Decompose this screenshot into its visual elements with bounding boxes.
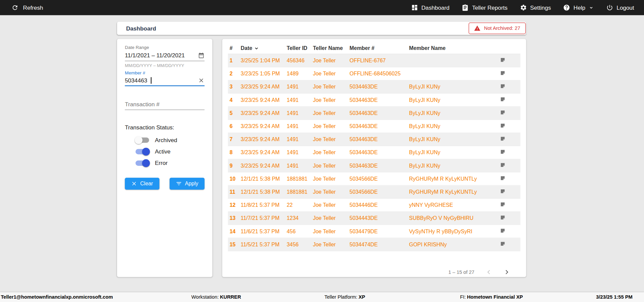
cell-teller_name: Joe Teller xyxy=(311,71,348,77)
note-icon[interactable] xyxy=(500,123,505,128)
cell-date: 12/1/21 5:38 PM xyxy=(239,189,285,195)
clear-button-label: Clear xyxy=(140,181,153,187)
table-row[interactable]: 1211/8/21 5:37 PM22Joe Teller5034446DEyN… xyxy=(228,199,521,212)
pagination: 1 – 15 of 27 xyxy=(228,268,521,276)
filter-icon xyxy=(176,181,182,187)
cell-num: 7 xyxy=(228,136,239,142)
topbar-item-logout[interactable]: Logout xyxy=(606,4,634,11)
table-row[interactable]: 1511/5/21 5:37 PM3456Joe Teller5034474DE… xyxy=(228,238,521,251)
table-row[interactable]: 93/23/25 9:24 AM1491Joe Teller5034463DEB… xyxy=(228,159,521,172)
help-icon xyxy=(563,4,570,11)
note-icon[interactable] xyxy=(500,97,505,102)
cell-note xyxy=(499,241,521,248)
cell-teller_name: Joe Teller xyxy=(311,149,348,156)
table-row[interactable]: 63/23/25 9:24 AM1491Joe Teller5034463DEB… xyxy=(228,120,521,133)
note-icon[interactable] xyxy=(500,175,505,181)
table-row[interactable]: 53/23/25 9:24 AM1491Joe Teller5034463DEB… xyxy=(228,107,521,120)
topbar: Refresh DashboardTeller ReportsSettingsH… xyxy=(0,0,644,15)
note-icon[interactable] xyxy=(500,162,505,168)
note-icon[interactable] xyxy=(500,110,505,115)
note-icon[interactable] xyxy=(500,201,505,207)
topbar-item-help[interactable]: Help xyxy=(563,4,594,11)
column-header-member-[interactable]: Member # xyxy=(348,45,408,51)
column-header-member-name[interactable]: Member Name xyxy=(408,45,499,51)
topbar-item-teller-reports[interactable]: Teller Reports xyxy=(462,4,507,11)
table-row[interactable]: 73/23/25 9:24 AM1491Joe Teller5034463DEB… xyxy=(228,133,521,146)
toggle-active[interactable] xyxy=(136,149,149,154)
cell-note xyxy=(499,175,521,182)
current-datetime: 3/23/25 1:55 PM xyxy=(596,294,633,300)
table-body: 13/25/25 1:04 PM456346Joe TellerOFFLINE-… xyxy=(228,54,521,251)
note-icon[interactable] xyxy=(500,136,505,141)
not-archived-badge[interactable]: Not Archived: 27 xyxy=(469,22,526,34)
column-header-teller-name[interactable]: Teller Name xyxy=(311,45,348,51)
note-icon[interactable] xyxy=(500,83,505,89)
fi-value: Hometown Financial XP xyxy=(467,294,523,300)
cell-member_num: 5034474DE xyxy=(348,241,408,247)
cell-member_num: 5034566DE xyxy=(348,176,408,182)
toggle-archived[interactable] xyxy=(136,137,149,143)
apply-button[interactable]: Apply xyxy=(170,178,205,190)
toggle-error[interactable] xyxy=(136,160,149,166)
note-icon[interactable] xyxy=(500,215,505,220)
member-number-input[interactable] xyxy=(125,77,150,84)
topbar-item-settings[interactable]: Settings xyxy=(520,4,551,11)
cell-date: 11/8/21 5:37 PM xyxy=(239,202,285,208)
not-archived-label: Not Archived: 27 xyxy=(484,25,520,31)
note-icon[interactable] xyxy=(500,228,505,234)
cell-teller_id: 1491 xyxy=(285,110,311,116)
table-row[interactable]: 33/23/25 9:24 AM1491Joe Teller5034463DEB… xyxy=(228,80,521,94)
transaction-number-input[interactable] xyxy=(125,101,205,108)
table-row[interactable]: 1012/1/21 5:38 PM1881881Joe Teller503456… xyxy=(228,172,521,185)
note-icon[interactable] xyxy=(500,241,505,247)
cell-note xyxy=(499,149,521,156)
cell-teller_id: 456346 xyxy=(285,57,311,63)
date-range-value: 11/1/2021 – 11/20/2021 xyxy=(125,52,185,59)
cell-num: 10 xyxy=(228,176,239,182)
table-row[interactable]: 83/23/25 9:24 AM1491Joe Teller5034463DEB… xyxy=(228,146,521,159)
workstation-label: Workstation: xyxy=(192,294,219,300)
note-icon[interactable] xyxy=(500,188,505,194)
status-bar: Teller1@hometownfinancialxp.onmicrosoft.… xyxy=(0,292,644,302)
cell-member_name: ByLyJI KUNy xyxy=(408,149,499,156)
column-header-teller-id[interactable]: Teller ID xyxy=(285,45,311,51)
clear-member-icon[interactable] xyxy=(198,77,205,84)
cell-teller_name: Joe Teller xyxy=(311,123,348,129)
column-header-date[interactable]: Date xyxy=(239,45,285,51)
table-row[interactable]: 1411/6/21 5:37 PM456Joe Teller5034479DEV… xyxy=(228,225,521,238)
cell-note xyxy=(499,97,521,104)
cell-member_name: RyGHURyM R KyLyKUNTLy xyxy=(408,176,499,182)
gear-icon xyxy=(520,4,527,11)
table-row[interactable]: 1311/7/21 5:37 PM1234Joe Teller5034443DE… xyxy=(228,212,521,225)
table-row[interactable]: 23/23/25 1:05 PM1489Joe TellerOFFLINE-68… xyxy=(228,67,521,80)
column-header--[interactable]: # xyxy=(228,45,239,51)
cell-member_num: 5034479DE xyxy=(348,228,408,234)
table-row[interactable]: 13/25/25 1:04 PM456346Joe TellerOFFLINE-… xyxy=(228,54,521,67)
clear-button[interactable]: Clear xyxy=(125,178,159,190)
cell-teller_name: Joe Teller xyxy=(311,176,348,182)
topbar-nav: DashboardTeller ReportsSettingsHelpLogou… xyxy=(411,4,634,11)
table-row[interactable]: 1112/1/21 5:38 PM1881881Joe Teller503456… xyxy=(228,185,521,198)
date-range-field[interactable]: Date Range 11/1/2021 – 11/20/2021 MM/DD/… xyxy=(125,45,205,68)
cell-date: 11/5/21 5:37 PM xyxy=(239,241,285,247)
topbar-item-dashboard[interactable]: Dashboard xyxy=(411,4,449,11)
member-number-label: Member # xyxy=(125,70,205,75)
note-icon[interactable] xyxy=(500,149,505,155)
cell-date: 3/23/25 9:24 AM xyxy=(239,110,285,116)
table-row[interactable]: 43/23/25 9:24 AM1491Joe Teller5034463DEB… xyxy=(228,94,521,107)
cell-teller_name: Joe Teller xyxy=(311,110,348,116)
refresh-button[interactable]: Refresh xyxy=(11,4,43,11)
cell-teller_id: 1881881 xyxy=(285,189,311,195)
note-icon[interactable] xyxy=(500,57,505,63)
calendar-icon[interactable] xyxy=(198,52,205,59)
cell-num: 14 xyxy=(228,228,239,234)
cell-date: 12/1/21 5:38 PM xyxy=(239,176,285,182)
note-icon[interactable] xyxy=(500,70,505,76)
cell-teller_id: 1234 xyxy=(285,215,311,221)
next-page-button[interactable] xyxy=(503,268,511,276)
cell-teller_name: Joe Teller xyxy=(311,228,348,234)
cell-member_name: RyGHURyM R KyLyKUNTLy xyxy=(408,189,499,195)
app-window: Refresh DashboardTeller ReportsSettingsH… xyxy=(0,0,644,302)
cell-num: 5 xyxy=(228,110,239,116)
cell-member_num: 5034463DE xyxy=(348,149,408,156)
